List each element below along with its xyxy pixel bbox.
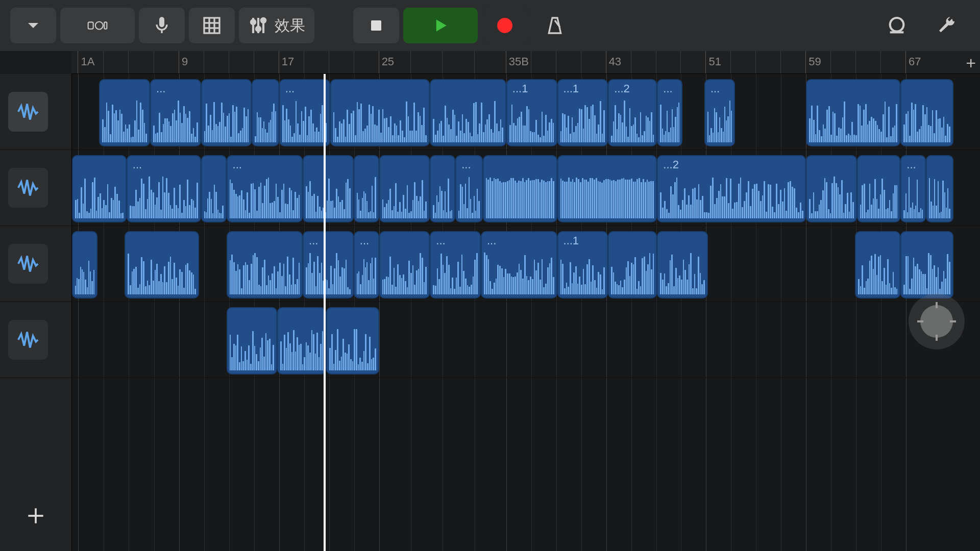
audio-clip[interactable] xyxy=(330,79,430,146)
audio-clip[interactable] xyxy=(926,155,953,222)
audio-clip[interactable] xyxy=(855,231,900,298)
track-row[interactable]: ............2... xyxy=(72,150,980,226)
audio-clip[interactable] xyxy=(277,307,326,374)
audio-clip[interactable]: ... xyxy=(127,155,201,222)
audio-clip[interactable] xyxy=(72,231,97,298)
audio-clip[interactable] xyxy=(201,79,252,146)
audio-clip[interactable] xyxy=(303,155,354,222)
grid-icon xyxy=(202,15,222,36)
audio-clip[interactable] xyxy=(430,79,506,146)
audio-clip[interactable] xyxy=(201,155,227,222)
clip-label: ... xyxy=(436,234,445,247)
audio-clip[interactable]: ...1 xyxy=(557,231,608,298)
ruler-label: 51 xyxy=(708,55,721,68)
audio-clip[interactable] xyxy=(125,231,199,298)
track-header[interactable] xyxy=(0,150,71,226)
fx-label: 效果 xyxy=(275,15,305,36)
loop-icon xyxy=(887,15,907,36)
clip-label: ... xyxy=(663,82,672,95)
metronome-icon xyxy=(545,15,565,36)
audio-clip[interactable] xyxy=(806,155,857,222)
stop-icon xyxy=(366,15,386,36)
audio-clip[interactable]: ...2 xyxy=(657,155,806,222)
ruler-label: 59 xyxy=(808,55,821,68)
view-mode-button[interactable] xyxy=(60,8,135,43)
mixer-button[interactable]: 效果 xyxy=(239,8,314,43)
waveform-icon xyxy=(16,328,40,352)
audio-clip[interactable]: ... xyxy=(279,79,330,146)
playhead[interactable] xyxy=(324,74,326,551)
timeline[interactable]: .........1...1...2..................2...… xyxy=(72,74,980,551)
audio-clip[interactable] xyxy=(857,155,900,222)
audio-clip[interactable]: ...1 xyxy=(506,79,557,146)
audio-clip[interactable]: ...2 xyxy=(608,79,657,146)
svg-rect-0 xyxy=(88,22,93,29)
metronome-button[interactable] xyxy=(532,8,578,43)
track-row[interactable] xyxy=(72,302,980,378)
audio-clip[interactable] xyxy=(483,155,557,222)
audio-clip[interactable]: ... xyxy=(150,79,201,146)
ruler-label: 9 xyxy=(182,55,188,68)
add-section-button[interactable]: + xyxy=(966,53,976,73)
audio-clip[interactable] xyxy=(227,231,303,298)
clip-label: ... xyxy=(133,158,142,171)
audio-clip[interactable]: ... xyxy=(303,231,354,298)
track-header[interactable] xyxy=(0,302,71,378)
audio-clip[interactable] xyxy=(806,79,900,146)
clip-label: ...2 xyxy=(663,158,679,171)
audio-clip[interactable] xyxy=(379,155,430,222)
mic-button[interactable] xyxy=(139,8,185,43)
track-row[interactable]: .........1...1...2...... xyxy=(72,74,980,150)
audio-clip[interactable] xyxy=(608,231,657,298)
svg-rect-3 xyxy=(204,18,219,33)
audio-clip[interactable]: ... xyxy=(900,155,926,222)
track-header[interactable] xyxy=(0,74,71,150)
record-button[interactable] xyxy=(482,8,528,43)
play-button[interactable] xyxy=(403,8,478,43)
chevron-down-icon xyxy=(23,15,43,36)
browser-toggle-button[interactable] xyxy=(10,8,56,43)
clip-label: ... xyxy=(906,158,916,171)
waveform-icon xyxy=(16,176,40,199)
loop-button[interactable] xyxy=(874,8,920,43)
audio-clip[interactable]: ...1 xyxy=(557,79,608,146)
tracks-view-icon xyxy=(87,15,108,36)
audio-clip[interactable] xyxy=(657,231,708,298)
audio-clip[interactable] xyxy=(252,79,279,146)
audio-clip[interactable] xyxy=(227,307,278,374)
audio-clip[interactable]: ... xyxy=(704,79,736,146)
audio-clip[interactable] xyxy=(900,79,953,146)
track-row[interactable]: ...............1 xyxy=(72,226,980,302)
audio-clip[interactable] xyxy=(900,231,953,298)
clip-label: ...2 xyxy=(614,82,630,95)
audio-clip[interactable]: ... xyxy=(455,155,482,222)
floating-control-knob[interactable] xyxy=(909,293,965,349)
audio-clip[interactable] xyxy=(326,307,379,374)
audio-clip[interactable] xyxy=(557,155,657,222)
audio-clip[interactable] xyxy=(379,231,430,298)
audio-clip[interactable] xyxy=(72,155,127,222)
clip-label: ...1 xyxy=(512,82,528,95)
ruler-label: 43 xyxy=(609,55,621,68)
clip-label: ... xyxy=(487,234,496,247)
audio-clip[interactable]: ... xyxy=(481,231,557,298)
track-icon xyxy=(8,92,48,132)
audio-clip[interactable] xyxy=(354,155,379,222)
stop-button[interactable] xyxy=(353,8,399,43)
clip-label: ... xyxy=(156,82,165,95)
audio-clip[interactable]: ... xyxy=(657,79,682,146)
track-icon xyxy=(8,320,48,360)
track-header[interactable] xyxy=(0,226,71,302)
add-track-button[interactable] xyxy=(0,480,71,551)
settings-button[interactable] xyxy=(924,8,970,43)
audio-clip[interactable]: ... xyxy=(227,155,303,222)
audio-clip[interactable]: ... xyxy=(354,231,379,298)
audio-clip[interactable] xyxy=(99,79,150,146)
track-icon xyxy=(8,244,48,284)
audio-clip[interactable]: ... xyxy=(430,231,481,298)
timeline-ruler[interactable]: 1A9172535B43515967 + xyxy=(71,51,980,74)
track-headers xyxy=(0,74,72,551)
audio-clip[interactable] xyxy=(430,155,455,222)
grid-button[interactable] xyxy=(189,8,235,43)
plus-icon xyxy=(24,505,47,527)
